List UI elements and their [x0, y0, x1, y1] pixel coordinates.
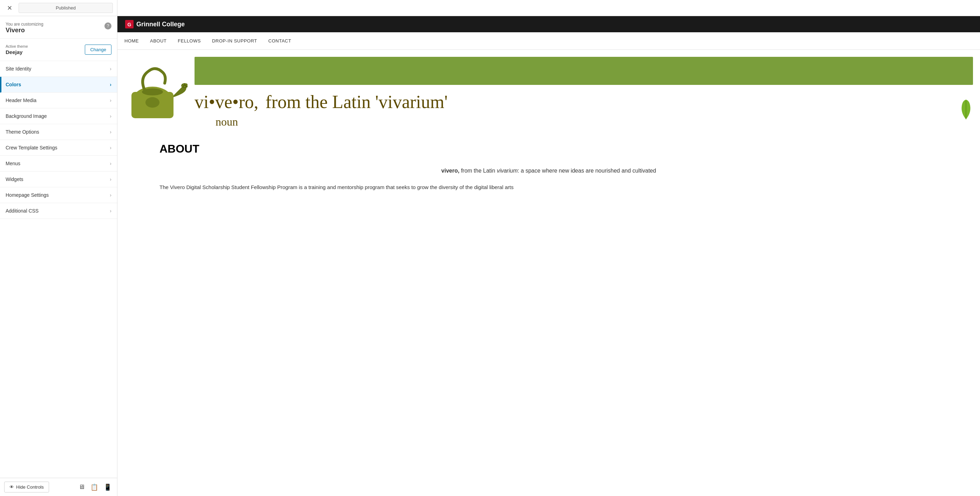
site-name-label: Vivero	[6, 27, 43, 34]
active-theme-section: Active theme Deejay Change	[0, 38, 117, 61]
about-description: vivero, from the Latin vivarium: a space…	[159, 166, 938, 175]
svg-text:G: G	[127, 22, 131, 27]
site-logo: G Grinnell College	[124, 19, 185, 29]
chevron-right-icon: ›	[110, 129, 111, 135]
nav-item-label: Menus	[6, 161, 20, 166]
svg-point-8	[182, 86, 183, 87]
green-bar	[194, 57, 973, 85]
sidebar-header: You are customizing Vivero ?	[0, 16, 117, 38]
chevron-right-icon: ›	[110, 208, 111, 214]
site-nav-item-drop-in-support[interactable]: DROP-IN SUPPORT	[212, 38, 257, 43]
published-button[interactable]: Published	[19, 3, 113, 13]
nav-list: Site Identity›Colors›Header Media›Backgr…	[0, 61, 117, 478]
hide-controls-button[interactable]: 👁 Hide Controls	[4, 482, 49, 493]
tablet-icon[interactable]: 📋	[89, 482, 100, 493]
nav-item-label: Background Image	[6, 113, 47, 119]
nav-item-label: Header Media	[6, 97, 37, 103]
active-theme-name: Deejay	[6, 49, 28, 55]
change-theme-button[interactable]: Change	[85, 45, 111, 55]
college-logo-icon: G	[124, 19, 134, 29]
nav-item-label: Homepage Settings	[6, 192, 49, 198]
latin-subtitle: from the Latin 'vivarium'	[265, 92, 448, 112]
sidebar-item-crew-template[interactable]: Crew Template Settings›	[0, 140, 117, 156]
top-bar-left: ✕ Published	[0, 0, 118, 16]
chevron-right-icon: ›	[110, 177, 111, 182]
leaf-decoration	[959, 99, 973, 121]
svg-point-10	[142, 88, 163, 96]
site-nav-item-home[interactable]: HOME	[124, 38, 139, 43]
noun-text: noun	[216, 115, 973, 128]
hero-text-block: vi•ve•ro, from the Latin 'vivarium' noun	[194, 57, 973, 128]
site-nav-item-fellows[interactable]: FELLOWS	[178, 38, 201, 43]
eye-icon: 👁	[10, 485, 14, 490]
nav-item-label: Additional CSS	[6, 208, 38, 214]
vivero-title-line: vi•ve•ro, from the Latin 'vivarium'	[194, 92, 973, 112]
main-layout: You are customizing Vivero ? Active them…	[0, 16, 980, 496]
sidebar-item-background-image[interactable]: Background Image›	[0, 108, 117, 124]
customizing-label: You are customizing	[6, 22, 43, 27]
sidebar: You are customizing Vivero ? Active them…	[0, 16, 118, 496]
vivarium-italic: vivarium	[497, 167, 518, 174]
chevron-right-icon: ›	[110, 82, 111, 87]
preview-pane: G Grinnell College HOMEABOUTFELLOWSDROP-…	[118, 16, 980, 496]
site-nav-item-about[interactable]: ABOUT	[150, 38, 167, 43]
site-title: Grinnell College	[136, 21, 185, 28]
vivero-bold: vivero,	[441, 167, 460, 174]
sidebar-item-site-identity[interactable]: Site Identity›	[0, 61, 117, 77]
chevron-right-icon: ›	[110, 161, 111, 166]
sidebar-item-additional-css[interactable]: Additional CSS›	[0, 203, 117, 219]
sidebar-item-menus[interactable]: Menus›	[0, 156, 117, 172]
active-theme-info: Active theme Deejay	[6, 44, 28, 55]
watering-can-image	[124, 57, 188, 128]
chevron-right-icon: ›	[110, 145, 111, 150]
site-nav: HOMEABOUTFELLOWSDROP-IN SUPPORTCONTACT	[118, 32, 980, 50]
about-section: ABOUT vivero, from the Latin vivarium: a…	[118, 128, 980, 206]
svg-point-5	[183, 84, 184, 85]
close-button[interactable]: ✕	[4, 3, 15, 13]
svg-point-9	[185, 86, 185, 87]
nav-item-label: Crew Template Settings	[6, 145, 57, 150]
help-icon[interactable]: ?	[105, 22, 111, 29]
vivero-heading: vi•ve•ro,	[194, 92, 258, 112]
desktop-icon[interactable]: 🖥	[77, 482, 86, 493]
top-bar: ✕ Published	[0, 0, 980, 16]
nav-item-label: Widgets	[6, 177, 24, 182]
sidebar-item-homepage-settings[interactable]: Homepage Settings›	[0, 187, 117, 203]
svg-point-11	[145, 97, 159, 108]
mobile-icon[interactable]: 📱	[102, 482, 113, 493]
chevron-right-icon: ›	[110, 66, 111, 72]
svg-point-7	[186, 85, 188, 86]
description-rest: from the Latin vivarium: a space where n…	[460, 167, 656, 174]
sidebar-footer: 👁 Hide Controls 🖥 📋 📱	[0, 478, 117, 496]
about-body: The Vivero Digital Scholarship Student F…	[159, 182, 938, 192]
nav-item-label: Theme Options	[6, 129, 39, 135]
svg-point-6	[185, 83, 186, 85]
nav-item-label: Colors	[6, 82, 21, 87]
sidebar-item-widgets[interactable]: Widgets›	[0, 172, 117, 187]
about-heading: ABOUT	[159, 142, 938, 155]
site-topbar: G Grinnell College	[118, 16, 980, 32]
sidebar-item-colors[interactable]: Colors›	[0, 77, 117, 93]
hide-controls-label: Hide Controls	[16, 485, 44, 490]
device-icons: 🖥 📋 📱	[77, 482, 113, 493]
sidebar-item-theme-options[interactable]: Theme Options›	[0, 124, 117, 140]
sidebar-item-header-media[interactable]: Header Media›	[0, 93, 117, 108]
chevron-right-icon: ›	[110, 113, 111, 119]
chevron-right-icon: ›	[110, 192, 111, 198]
nav-item-label: Site Identity	[6, 66, 31, 72]
hero-area: vi•ve•ro, from the Latin 'vivarium' noun	[118, 50, 980, 128]
customizing-info: You are customizing Vivero	[6, 22, 43, 34]
active-theme-label: Active theme	[6, 44, 28, 48]
site-nav-item-contact[interactable]: CONTACT	[269, 38, 291, 43]
chevron-right-icon: ›	[110, 97, 111, 103]
